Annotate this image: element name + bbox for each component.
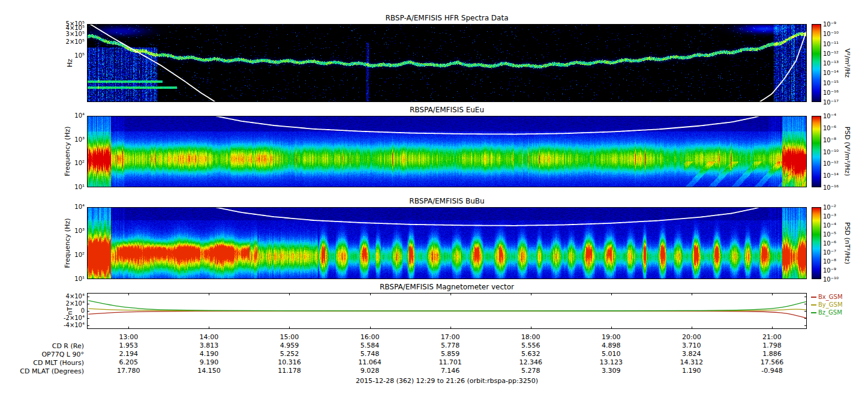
colorbar-tick-label: 10⁻¹² — [823, 50, 849, 58]
colorbar-tick-label: 10⁻⁶ — [823, 125, 849, 132]
colorbar-tick-label: 10⁻⁵ — [823, 231, 849, 238]
ephemeris-value: 3.824 — [671, 351, 713, 358]
ephemeris-value: 6.205 — [107, 359, 149, 366]
legend-label-by: By_GSM — [818, 301, 843, 308]
y-tick-label: 0 — [58, 307, 85, 315]
colorbar-tick-label: 10⁻¹⁴ — [823, 70, 849, 77]
colorbar-tick-label: 10⁻⁴ — [823, 222, 849, 229]
time-tick-label: 18:00 — [513, 334, 549, 341]
colorbar-tick-label: 10⁻⁷ — [823, 249, 849, 256]
legend-item-bz: Bz_GSM — [811, 309, 842, 316]
time-tick-label: 20:00 — [674, 334, 710, 341]
y-tick-label: 10⁵ — [58, 52, 85, 59]
figure: RBSP-A/EMFISIS HFR Spectra Data RBSPA/EM… — [0, 0, 868, 395]
ephemeris-value: 5.584 — [349, 342, 391, 349]
colorbar-tick-label: 10⁻¹³ — [823, 60, 849, 67]
ephemeris-value: 3.309 — [590, 367, 632, 375]
colorbar-tick-label: 10⁻¹⁰ — [823, 276, 849, 283]
ephemeris-value: 9.190 — [188, 359, 230, 366]
bz-line-swatch — [811, 312, 816, 313]
eueu-y-axis-label: Frequency (Hz) — [64, 127, 71, 176]
footer-caption: 2015-12-28 (362) 12:29 to 21:26 (orbit:r… — [87, 377, 807, 385]
time-tick-label: 17:00 — [433, 334, 468, 341]
ephemeris-value: 3.813 — [188, 342, 230, 349]
ephemeris-value: 5.010 — [590, 351, 632, 358]
ephemeris-value: -0.948 — [751, 367, 793, 375]
legend-item-bx: Bx_GSM — [811, 294, 843, 301]
time-tick-label: 21:00 — [754, 334, 790, 341]
bx-line-swatch — [811, 297, 816, 298]
y-tick-label: -4×10⁴ — [58, 322, 85, 329]
colorbar-tick-label: 10⁻¹² — [823, 160, 849, 167]
colorbar-tick-label: 10⁻⁹ — [823, 21, 849, 28]
hfr-colorbar — [812, 24, 821, 102]
colorbar-tick-label: 10⁻¹⁰ — [823, 149, 849, 156]
ephemeris-value: 5.748 — [349, 351, 391, 358]
bubu-y-axis-label: Frequency (Hz) — [64, 219, 71, 268]
ephemeris-row-label-mlat: CD MLAT (Degrees) — [0, 367, 84, 375]
colorbar-tick-label: 10⁻³ — [823, 213, 849, 220]
y-tick-label: 10⁴ — [58, 204, 85, 211]
ephemeris-value: 5.252 — [268, 351, 310, 358]
ephemeris-value: 10.316 — [268, 359, 310, 366]
ephemeris-row-label-mlt: CD MLT (Hours) — [0, 359, 84, 367]
ephemeris-row-label-l: OP77Q L 90° — [0, 351, 84, 358]
ephemeris-row-label-r: CD R (Re) — [0, 342, 84, 350]
ephemeris-value: 11.701 — [430, 359, 471, 366]
ephemeris-value: 5.278 — [510, 367, 552, 375]
colorbar-tick-label: 10⁻⁹ — [823, 267, 849, 274]
ephemeris-value: 1.190 — [671, 367, 713, 375]
legend-label-bx: Bx_GSM — [818, 294, 843, 300]
y-tick-label: 10³ — [58, 228, 85, 235]
colorbar-tick-label: 10⁻¹⁵ — [823, 80, 849, 87]
y-tick-label: 2×10⁵ — [58, 38, 85, 46]
ephemeris-value: 3.710 — [671, 342, 713, 349]
eueu-colorbar — [812, 116, 821, 187]
hfr-spectrogram — [87, 24, 807, 102]
bubu-spectrogram — [87, 207, 807, 279]
y-tick-label: 10² — [58, 252, 85, 259]
y-tick-label: 10² — [58, 160, 85, 167]
y-tick-label: -2×10⁴ — [58, 315, 85, 322]
time-tick-label: 16:00 — [352, 334, 388, 341]
ephemeris-value: 17.780 — [107, 367, 149, 375]
eueu-spectrogram — [87, 116, 807, 187]
colorbar-tick-label: 10⁻⁶ — [823, 240, 849, 247]
ephemeris-value: 14.150 — [188, 367, 230, 375]
colorbar-tick-label: 10⁻¹¹ — [823, 41, 849, 48]
colorbar-tick-label: 10⁻² — [823, 204, 849, 211]
y-tick-label: 10¹ — [58, 184, 85, 191]
ephemeris-value: 4.898 — [590, 342, 632, 349]
hfr-y-axis-label: Hz — [66, 59, 74, 67]
ephemeris-value: 9.028 — [349, 367, 391, 375]
colorbar-tick-label: 10⁻¹⁶ — [823, 89, 849, 97]
hfr-panel-title: RBSP-A/EMFISIS HFR Spectra Data — [87, 14, 807, 22]
colorbar-tick-label: 10⁻¹⁶ — [823, 184, 849, 191]
colorbar-tick-label: 10⁻⁸ — [823, 137, 849, 144]
ephemeris-value: 1.798 — [751, 342, 793, 349]
ephemeris-value: 1.886 — [751, 351, 793, 358]
colorbar-tick-label: 10⁻⁸ — [823, 258, 849, 265]
legend-label-bz: Bz_GSM — [818, 309, 842, 316]
y-tick-label: 3×10⁵ — [58, 31, 85, 38]
colorbar-tick-label: 10⁻¹⁰ — [823, 31, 849, 38]
time-tick-label: 14:00 — [191, 334, 227, 341]
y-tick-label: 10⁴ — [58, 112, 85, 119]
colorbar-tick-label: 10⁻¹⁷ — [823, 99, 849, 106]
ephemeris-value: 17.566 — [751, 359, 793, 366]
colorbar-tick-label: 10⁻⁴ — [823, 113, 849, 120]
ephemeris-value: 4.190 — [188, 351, 230, 358]
colorbar-tick-label: 10⁻¹⁴ — [823, 172, 849, 179]
mag-line-plot — [87, 293, 807, 329]
y-tick-label: 10¹ — [58, 276, 85, 283]
ephemeris-value: 7.146 — [430, 367, 471, 375]
y-tick-label: 4×10⁴ — [58, 293, 85, 300]
by-line-swatch — [811, 304, 816, 306]
ephemeris-value: 2.194 — [107, 351, 149, 358]
legend-item-by: By_GSM — [811, 301, 843, 309]
mag-panel-title: RBSPA/EMFISIS Magnetometer vector — [87, 283, 807, 291]
y-tick-label: 2×10⁴ — [58, 300, 85, 307]
ephemeris-value: 1.953 — [107, 342, 149, 349]
y-tick-label: 10³ — [58, 136, 85, 143]
time-tick-label: 19:00 — [593, 334, 629, 341]
